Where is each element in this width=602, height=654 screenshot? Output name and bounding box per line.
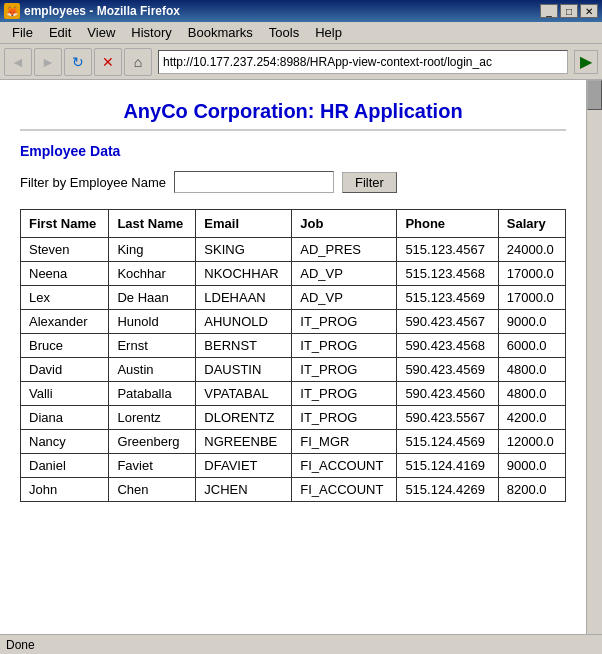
col-lastname: Last Name [109,210,196,238]
table-cell: Steven [21,238,109,262]
address-bar[interactable] [158,50,568,74]
table-cell: Nancy [21,430,109,454]
table-cell: IT_PROG [292,382,397,406]
home-button[interactable]: ⌂ [124,48,152,76]
table-cell: 17000.0 [498,286,565,310]
table-cell: 515.123.4569 [397,286,498,310]
menubar: File Edit View History Bookmarks Tools H… [0,22,602,44]
table-cell: De Haan [109,286,196,310]
table-cell: Ernst [109,334,196,358]
menu-view[interactable]: View [79,23,123,42]
table-row: DanielFavietDFAVIETFI_ACCOUNT515.124.416… [21,454,566,478]
minimize-button[interactable]: _ [540,4,558,18]
window-controls[interactable]: _ □ ✕ [540,4,598,18]
menu-edit[interactable]: Edit [41,23,79,42]
table-cell: Hunold [109,310,196,334]
table-cell: 17000.0 [498,262,565,286]
close-button[interactable]: ✕ [580,4,598,18]
window-title: employees - Mozilla Firefox [24,4,540,18]
scrollbar-track[interactable] [586,80,602,634]
col-email: Email [196,210,292,238]
table-cell: 6000.0 [498,334,565,358]
table-cell: Daniel [21,454,109,478]
table-cell: SKING [196,238,292,262]
maximize-button[interactable]: □ [560,4,578,18]
status-text: Done [6,638,35,652]
table-cell: Greenberg [109,430,196,454]
table-cell: IT_PROG [292,310,397,334]
page-content: AnyCo Corporation: HR Application Employ… [0,80,602,634]
table-cell: Austin [109,358,196,382]
table-cell: 515.124.4269 [397,478,498,502]
table-cell: 515.124.4169 [397,454,498,478]
filter-button[interactable]: Filter [342,172,397,193]
url-input[interactable] [163,55,563,69]
filter-input[interactable] [174,171,334,193]
refresh-button[interactable]: ↻ [64,48,92,76]
table-cell: FI_ACCOUNT [292,454,397,478]
table-cell: Kochhar [109,262,196,286]
table-cell: IT_PROG [292,334,397,358]
table-cell: Chen [109,478,196,502]
table-row: AlexanderHunoldAHUNOLDIT_PROG590.423.456… [21,310,566,334]
table-cell: AD_PRES [292,238,397,262]
table-row: ValliPataballaVPATABALIT_PROG590.423.456… [21,382,566,406]
page-title: AnyCo Corporation: HR Application [20,90,566,131]
table-cell: BERNST [196,334,292,358]
forward-button[interactable]: ► [34,48,62,76]
page-inner: AnyCo Corporation: HR Application Employ… [0,80,586,512]
menu-file[interactable]: File [4,23,41,42]
table-row: StevenKingSKINGAD_PRES515.123.456724000.… [21,238,566,262]
table-cell: FI_MGR [292,430,397,454]
table-cell: 590.423.5567 [397,406,498,430]
toolbar: ◄ ► ↻ ✕ ⌂ ▶ [0,44,602,80]
table-row: DianaLorentzDLORENTZIT_PROG590.423.55674… [21,406,566,430]
table-cell: 515.124.4569 [397,430,498,454]
table-cell: 9000.0 [498,454,565,478]
table-row: NeenaKochharNKOCHHARAD_VP515.123.4568170… [21,262,566,286]
table-cell: Lex [21,286,109,310]
table-cell: DAUSTIN [196,358,292,382]
table-cell: John [21,478,109,502]
table-cell: 4200.0 [498,406,565,430]
table-cell: DLORENTZ [196,406,292,430]
window-icon: 🦊 [4,3,20,19]
col-salary: Salary [498,210,565,238]
menu-tools[interactable]: Tools [261,23,307,42]
table-cell: Valli [21,382,109,406]
table-cell: 24000.0 [498,238,565,262]
table-cell: 515.123.4567 [397,238,498,262]
table-cell: NGREENBE [196,430,292,454]
table-cell: 9000.0 [498,310,565,334]
table-cell: 590.423.4560 [397,382,498,406]
menu-bookmarks[interactable]: Bookmarks [180,23,261,42]
table-cell: IT_PROG [292,406,397,430]
table-cell: Faviet [109,454,196,478]
scrollbar-thumb[interactable] [587,80,602,110]
table-cell: Diana [21,406,109,430]
table-cell: Bruce [21,334,109,358]
table-cell: 8200.0 [498,478,565,502]
table-cell: 590.423.4567 [397,310,498,334]
go-button[interactable]: ▶ [574,50,598,74]
table-cell: JCHEN [196,478,292,502]
col-phone: Phone [397,210,498,238]
table-cell: 4800.0 [498,358,565,382]
table-cell: 590.423.4568 [397,334,498,358]
stop-button[interactable]: ✕ [94,48,122,76]
table-cell: LDEHAAN [196,286,292,310]
table-cell: Alexander [21,310,109,334]
menu-help[interactable]: Help [307,23,350,42]
table-cell: Pataballa [109,382,196,406]
table-cell: FI_ACCOUNT [292,478,397,502]
table-row: JohnChenJCHENFI_ACCOUNT515.124.42698200.… [21,478,566,502]
table-cell: King [109,238,196,262]
table-row: DavidAustinDAUSTINIT_PROG590.423.4569480… [21,358,566,382]
back-button[interactable]: ◄ [4,48,32,76]
table-cell: AD_VP [292,262,397,286]
table-header-row: First Name Last Name Email Job Phone Sal… [21,210,566,238]
table-cell: AHUNOLD [196,310,292,334]
menu-history[interactable]: History [123,23,179,42]
table-cell: Lorentz [109,406,196,430]
table-cell: DFAVIET [196,454,292,478]
